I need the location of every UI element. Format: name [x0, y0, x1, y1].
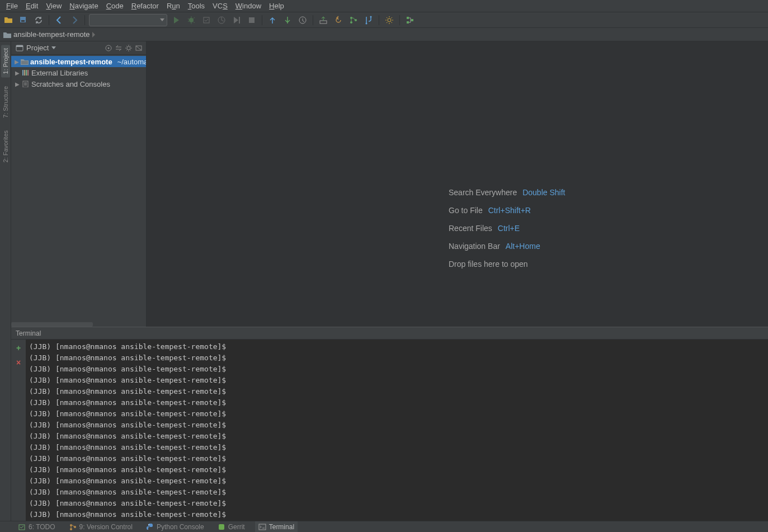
tree-label: ansible-tempest-remote	[30, 58, 112, 66]
breadcrumb-item[interactable]: ansible-tempest-remote	[3, 30, 91, 39]
left-tool-tabs: 1: Project7: Structure2: Favorites	[0, 41, 11, 521]
left-tab-favorites[interactable]: 2: Favorites	[1, 127, 10, 166]
hide-tool-icon[interactable]	[134, 43, 144, 53]
python-icon	[146, 523, 154, 531]
vc-icon	[69, 523, 77, 531]
svg-point-32	[70, 528, 72, 530]
svg-rect-35	[219, 524, 224, 530]
menu-window[interactable]: Window	[232, 1, 265, 11]
run-current-icon[interactable]	[230, 14, 243, 26]
svg-point-33	[74, 526, 76, 528]
settings-icon[interactable]	[383, 14, 395, 26]
bottom-tab-label: 9: Version Control	[79, 523, 133, 531]
editor-tip: Recent FilesCtrl+E	[449, 224, 565, 233]
sync-icon[interactable]	[32, 14, 45, 26]
bottom-tab-pythonconsole[interactable]: Python Console	[143, 521, 208, 532]
toolbar-separator	[262, 15, 262, 25]
svg-point-22	[127, 46, 130, 50]
tip-text: Recent Files	[449, 224, 492, 233]
editor-tip: Drop files here to open	[449, 260, 565, 269]
folder-open-icon[interactable]	[2, 14, 15, 26]
terminal-gutter: + ×	[11, 340, 26, 521]
branch-icon[interactable]	[347, 14, 360, 26]
tree-row[interactable]: ▶ansible-tempest-remote~/automation	[11, 56, 146, 67]
collapse-all-icon[interactable]	[114, 43, 124, 53]
svg-rect-28	[27, 70, 29, 76]
main-toolbar	[0, 12, 768, 28]
svg-point-11	[355, 19, 357, 21]
menu-run[interactable]: Run	[163, 1, 184, 11]
tip-shortcut: Ctrl+E	[498, 224, 520, 233]
menu-code[interactable]: Code	[102, 1, 128, 11]
tree-label: Scratches and Consoles	[31, 80, 110, 88]
editor-tip: Go to FileCtrl+Shift+R	[449, 206, 565, 215]
editor-area-empty[interactable]: Search EverywhereDouble ShiftGo to FileC…	[147, 41, 768, 327]
svg-rect-15	[407, 17, 409, 19]
terminal-content[interactable]: (JJB) [nmanos@nmanos ansible-tempest-rem…	[26, 340, 768, 521]
vcs-update-icon[interactable]	[266, 14, 279, 26]
profile-icon[interactable]	[215, 14, 228, 26]
svg-rect-1	[21, 20, 25, 22]
project-tool-title[interactable]: Project	[13, 44, 58, 52]
chevron-down-icon	[160, 18, 164, 22]
run-icon[interactable]	[170, 14, 182, 26]
svg-point-2	[189, 18, 194, 22]
breadcrumb-label: ansible-tempest-remote	[13, 30, 90, 39]
scratches-icon	[22, 81, 30, 87]
menu-help[interactable]: Help	[265, 1, 288, 11]
new-session-icon[interactable]: +	[13, 343, 23, 353]
svg-rect-24	[21, 61, 28, 64]
tree-row[interactable]: ▶External Libraries	[11, 67, 146, 78]
bottom-tab-todo[interactable]: 6: TODO	[15, 521, 59, 532]
close-session-icon[interactable]: ×	[13, 357, 23, 368]
rollback-icon[interactable]	[332, 14, 345, 26]
menu-tools[interactable]: Tools	[184, 1, 209, 11]
libraries-icon	[22, 69, 30, 76]
menu-file[interactable]: File	[2, 1, 22, 11]
tip-shortcut: Alt+Home	[506, 242, 540, 251]
svg-rect-17	[411, 19, 413, 21]
stop-icon[interactable]	[246, 14, 258, 26]
debug-icon[interactable]	[185, 14, 197, 26]
left-tab-structure[interactable]: 7: Structure	[1, 83, 10, 121]
svg-rect-8	[320, 21, 327, 23]
coverage-icon[interactable]	[200, 14, 213, 26]
svg-point-10	[350, 21, 352, 23]
project-tree[interactable]: ▶ansible-tempest-remote~/automation▶Exte…	[11, 55, 146, 327]
svg-rect-6	[249, 17, 255, 23]
merge-icon[interactable]	[362, 14, 375, 26]
bottom-tab-gerrit[interactable]: Gerrit	[214, 521, 248, 532]
svg-rect-26	[24, 70, 25, 76]
settings-icon[interactable]	[124, 43, 134, 53]
menu-navigate[interactable]: Navigate	[65, 1, 102, 11]
save-all-icon[interactable]	[17, 14, 30, 26]
project-view-icon	[16, 44, 23, 52]
menu-refactor[interactable]: Refactor	[128, 1, 163, 11]
expand-arrow-icon[interactable]: ▶	[15, 59, 19, 64]
forward-icon[interactable]	[68, 14, 81, 26]
editor-tip: Navigation BarAlt+Home	[449, 242, 565, 251]
push-icon[interactable]	[317, 14, 329, 26]
run-configuration-dropdown[interactable]	[89, 14, 167, 26]
tip-text: Drop files here to open	[449, 260, 528, 269]
editor-tips: Search EverywhereDouble ShiftGo to FileC…	[449, 188, 565, 269]
menu-vcs[interactable]: VCS	[209, 1, 232, 11]
horizontal-scrollbar[interactable]	[11, 322, 93, 327]
bottom-tab-versioncontrol[interactable]: 9: Version Control	[65, 521, 136, 532]
vcs-commit-icon[interactable]	[281, 14, 294, 26]
tip-shortcut: Double Shift	[522, 188, 565, 197]
locate-file-icon[interactable]	[103, 43, 114, 53]
terminal-header[interactable]: Terminal	[11, 327, 768, 340]
bottom-tab-terminal[interactable]: Terminal	[255, 521, 298, 532]
structure-icon[interactable]	[404, 14, 416, 26]
menu-view[interactable]: View	[42, 1, 65, 11]
left-tab-project[interactable]: 1: Project	[1, 45, 10, 77]
expand-arrow-icon[interactable]: ▶	[15, 81, 20, 87]
svg-point-9	[350, 17, 352, 19]
expand-arrow-icon[interactable]: ▶	[15, 70, 20, 76]
menu-edit[interactable]: Edit	[22, 1, 42, 11]
todo-icon	[18, 523, 26, 531]
vcs-history-icon[interactable]	[296, 14, 309, 26]
tree-row[interactable]: ▶Scratches and Consoles	[11, 78, 146, 90]
back-icon[interactable]	[53, 14, 65, 26]
